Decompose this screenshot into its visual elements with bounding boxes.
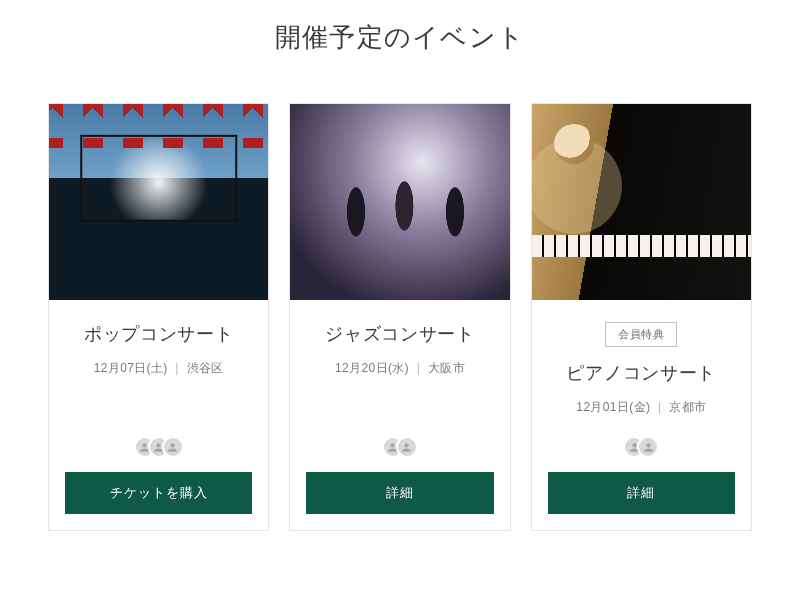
avatar-icon xyxy=(637,436,659,458)
event-card-list: ポップコンサート 12月07日(土) | 渋谷区 チケットを購入 xyxy=(48,103,752,531)
meta-separator: | xyxy=(417,361,420,375)
attendee-avatars xyxy=(65,436,252,458)
event-location: 渋谷区 xyxy=(187,361,224,375)
event-date: 12月01日(金) xyxy=(576,400,650,414)
event-card-body: 会員特典 ピアノコンサート 12月01日(金) | 京都市 詳細 xyxy=(532,300,751,530)
meta-separator: | xyxy=(658,400,661,414)
event-location: 京都市 xyxy=(669,400,706,414)
details-button[interactable]: 詳細 xyxy=(548,472,735,514)
details-button[interactable]: 詳細 xyxy=(306,472,493,514)
buy-ticket-button[interactable]: チケットを購入 xyxy=(65,472,252,514)
event-card: 会員特典 ピアノコンサート 12月01日(金) | 京都市 詳細 xyxy=(531,103,752,531)
event-card-body: ジャズコンサート 12月20日(水) | 大阪市 詳細 xyxy=(290,300,509,530)
event-meta: 12月01日(金) | 京都市 xyxy=(548,399,735,416)
event-card-footer: チケットを購入 xyxy=(65,416,252,514)
event-image xyxy=(532,104,751,300)
attendee-avatars xyxy=(306,436,493,458)
event-meta: 12月20日(水) | 大阪市 xyxy=(306,360,493,377)
event-location: 大阪市 xyxy=(428,361,465,375)
upcoming-events-section: 開催予定のイベント ポップコンサート 12月07日(土) | 渋谷区 xyxy=(0,0,800,531)
event-meta: 12月07日(土) | 渋谷区 xyxy=(65,360,252,377)
attendee-avatars xyxy=(548,436,735,458)
event-date: 12月07日(土) xyxy=(94,361,168,375)
event-title: ポップコンサート xyxy=(65,322,252,346)
meta-separator: | xyxy=(175,361,178,375)
event-title: ジャズコンサート xyxy=(306,322,493,346)
event-card-body: ポップコンサート 12月07日(土) | 渋谷区 チケットを購入 xyxy=(49,300,268,530)
event-image xyxy=(290,104,509,300)
event-card-footer: 詳細 xyxy=(548,416,735,514)
member-badge: 会員特典 xyxy=(605,322,677,347)
avatar-icon xyxy=(396,436,418,458)
event-image xyxy=(49,104,268,300)
event-title: ピアノコンサート xyxy=(548,361,735,385)
avatar-icon xyxy=(162,436,184,458)
event-card: ポップコンサート 12月07日(土) | 渋谷区 チケットを購入 xyxy=(48,103,269,531)
event-card-footer: 詳細 xyxy=(306,416,493,514)
event-card: ジャズコンサート 12月20日(水) | 大阪市 詳細 xyxy=(289,103,510,531)
page-title: 開催予定のイベント xyxy=(48,20,752,55)
event-date: 12月20日(水) xyxy=(335,361,409,375)
